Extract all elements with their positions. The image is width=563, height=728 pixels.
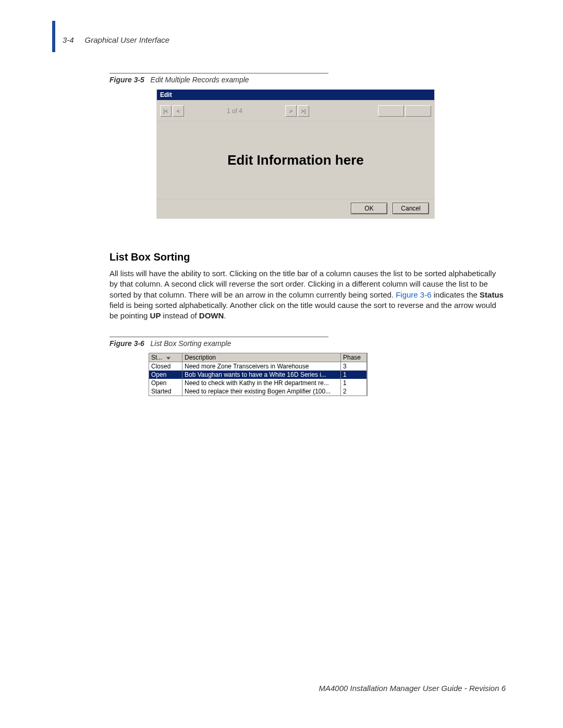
figure-5-caption: Figure 3-5 Edit Multiple Records example [109, 76, 506, 84]
chapter-title: Graphical User Interface [85, 35, 170, 44]
table-row[interactable]: StartedNeed to replace their existing Bo… [149, 387, 367, 396]
edit-footer: OK Cancel [157, 200, 434, 218]
toolbar-blank-button-2[interactable] [405, 105, 431, 117]
figure-6-caption: Figure 3-6 List Box Sorting example [109, 339, 506, 348]
down-word: DOWN [199, 311, 224, 320]
sort-down-icon [166, 357, 170, 360]
ok-button[interactable]: OK [351, 203, 387, 214]
nav-prev-button[interactable]: < [173, 105, 184, 117]
para-text-2c: instead of [161, 311, 199, 320]
table-row[interactable]: OpenNeed to check with Kathy in the HR d… [149, 379, 367, 387]
page-header: 3-4 Graphical User Interface [63, 35, 169, 44]
listbox-header-row: St... Description Phase [149, 353, 367, 362]
edit-toolbar: |< < 1 of 4 > >| [157, 100, 434, 121]
cell-status: Open [149, 371, 182, 379]
listbox: St... Description Phase ClosedNeed more … [149, 353, 368, 396]
figure-6-label: Figure 3-6 [109, 339, 144, 348]
col-header-description[interactable]: Description [182, 353, 341, 362]
nav-next-button[interactable]: > [285, 105, 297, 117]
figure-6-text: List Box Sorting example [151, 339, 231, 348]
toolbar-blank-button-1[interactable] [378, 105, 404, 117]
section-heading: List Box Sorting [109, 251, 506, 263]
nav-last-button[interactable]: >| [298, 105, 309, 117]
figure-5-label: Figure 3-5 [109, 76, 144, 84]
page-left-rule [52, 21, 55, 52]
page-footer: MA4000 Installation Manager User Guide -… [319, 684, 506, 693]
cell-status: Closed [149, 362, 182, 371]
figure-5-rule [109, 73, 328, 73]
cell-description: Need more Zone Transceivers in Warehouse [182, 362, 341, 371]
listbox-body: ClosedNeed more Zone Transceivers in War… [149, 362, 367, 396]
table-row[interactable]: OpenBob Vaughan wants to have a White 16… [149, 371, 367, 379]
cell-phase: 3 [341, 362, 367, 371]
cell-description: Need to replace their existing Bogen Amp… [182, 387, 341, 396]
section-paragraph: All lists will have the ability to sort.… [109, 268, 506, 321]
page-number: 3-4 [63, 35, 74, 44]
table-row[interactable]: ClosedNeed more Zone Transceivers in War… [149, 362, 367, 371]
record-counter: 1 of 4 [185, 107, 284, 115]
edit-body-text: Edit Information here [227, 152, 363, 168]
cell-phase: 2 [341, 387, 367, 396]
status-word: Status [480, 290, 504, 299]
figure-5-text: Edit Multiple Records example [151, 76, 249, 84]
cell-status: Open [149, 379, 182, 387]
figure-6-rule [109, 337, 328, 337]
up-word: UP [150, 311, 161, 320]
cell-status: Started [149, 387, 182, 396]
cancel-button[interactable]: Cancel [393, 203, 429, 214]
edit-dialog: Edit |< < 1 of 4 > >| Edit Information h… [156, 89, 435, 219]
cell-phase: 1 [341, 371, 367, 379]
nav-first-button[interactable]: |< [160, 105, 172, 117]
edit-body: Edit Information here [157, 121, 434, 200]
col-header-phase[interactable]: Phase [341, 353, 367, 362]
cell-description: Need to check with Kathy in the HR depar… [182, 379, 341, 387]
para-text-2d: . [224, 311, 226, 320]
cell-description: Bob Vaughan wants to have a White 16D Se… [182, 371, 341, 379]
para-text-2a: indicates the [432, 290, 480, 299]
col-header-status[interactable]: St... [149, 353, 182, 362]
figure-6-link[interactable]: Figure 3-6 [396, 290, 431, 299]
cell-phase: 1 [341, 379, 367, 387]
edit-dialog-title: Edit [157, 90, 434, 100]
col-header-status-label: St... [151, 354, 162, 361]
